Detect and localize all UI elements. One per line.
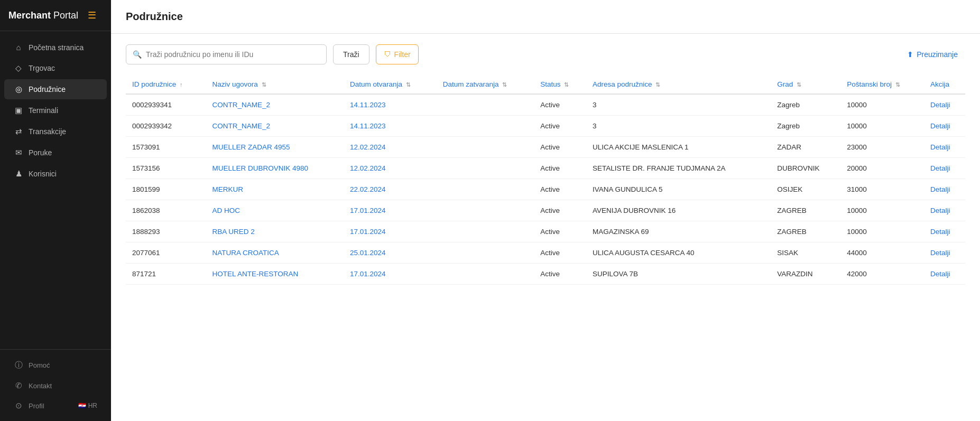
table-row: 871721HOTEL ANTE-RESTORAN17.01.2024Activ… [126,264,965,285]
sidebar: Merchant Portal ☰ ⌂ Početna stranica ◇ T… [0,0,111,421]
cell-status: Active [534,94,586,116]
filter-icon: ⛉ [384,50,391,59]
sidebar-item-home[interactable]: ⌂ Početna stranica [4,38,107,57]
cell-datum_otvaranja: 17.01.2024 [344,264,437,285]
search-button[interactable]: Traži [333,44,369,64]
home-icon: ⌂ [14,43,23,52]
cell-grad: ZADAR [771,137,840,158]
table-row: 0002939341CONTR_NAME_214.11.2023Active3Z… [126,94,965,116]
col-naziv[interactable]: Naziv ugovora ⇅ [206,75,343,94]
cell-akcija[interactable]: Detalji [924,200,965,221]
cell-naziv: CONTR_NAME_2 [206,116,343,137]
cell-adresa: 3 [586,94,771,116]
cell-datum_zatvaranja [437,200,534,221]
logo-text: Merchant Portal [8,10,78,21]
download-button[interactable]: ⬆ Preuzimanje [900,44,965,64]
sidebar-item-pomoc[interactable]: ⓘ Pomoć [4,355,107,376]
cell-akcija[interactable]: Detalji [924,158,965,179]
sidebar-item-terminali[interactable]: ▣ Terminali [4,100,107,120]
cell-postanski_broj: 42000 [840,264,924,285]
col-datum_zatvaranja[interactable]: Datum zatvaranja ⇅ [437,75,534,94]
sidebar-item-trgovac[interactable]: ◇ Trgovac [4,58,107,78]
cell-akcija[interactable]: Detalji [924,137,965,158]
cell-datum_zatvaranja [437,179,534,200]
sidebar-item-kontakt[interactable]: ✆ Kontakt [4,376,107,396]
cell-grad: ZAGREB [771,200,840,221]
sidebar-bottom: ⓘ Pomoć✆ Kontakt⊙ Profil🇭🇷 HR [0,349,111,421]
cell-id: 0002939342 [126,116,206,137]
korisnici-icon: ♟ [14,169,23,179]
logo-light: Portal [51,10,78,21]
table-row: 1888293RBA URED 217.01.2024ActiveMAGAZIN… [126,221,965,242]
cell-akcija[interactable]: Detalji [924,221,965,242]
cell-datum_otvaranja: 17.01.2024 [344,221,437,242]
table-row: 1573156MUELLER DUBROVNIK 498012.02.2024A… [126,158,965,179]
search-input[interactable] [146,50,320,59]
page-header: Podružnice [111,0,980,34]
col-adresa[interactable]: Adresa podružnice ⇅ [586,75,771,94]
cell-adresa: MAGAZINSKA 69 [586,221,771,242]
profil-label: Profil [29,402,44,410]
korisnici-label: Korisnici [29,170,57,178]
hamburger-icon[interactable]: ☰ [88,10,96,21]
cell-postanski_broj: 10000 [840,221,924,242]
cell-naziv: CONTR_NAME_2 [206,94,343,116]
pomoc-icon: ⓘ [14,360,23,370]
col-postanski_broj[interactable]: Poštanski broj ⇅ [840,75,924,94]
cell-datum_zatvaranja [437,94,534,116]
table-row: 1573091MUELLER ZADAR 495512.02.2024Activ… [126,137,965,158]
detalji-link[interactable]: Detalji [930,249,950,257]
cell-datum_otvaranja: 14.11.2023 [344,116,437,137]
cell-akcija[interactable]: Detalji [924,179,965,200]
detalji-link[interactable]: Detalji [930,228,950,236]
cell-datum_otvaranja: 14.11.2023 [344,94,437,116]
sidebar-item-poslovnice[interactable]: ◎ Podružnice [4,79,107,99]
cell-datum_otvaranja: 17.01.2024 [344,200,437,221]
logo-bold: Merchant [8,10,51,21]
cell-grad: DUBROVNIK [771,158,840,179]
detalji-link[interactable]: Detalji [930,185,950,193]
transakcije-icon: ⇄ [14,127,23,136]
detalji-link[interactable]: Detalji [930,122,950,130]
cell-id: 2077061 [126,242,206,264]
poslovnice-icon: ◎ [14,85,23,94]
trgovac-icon: ◇ [14,63,23,73]
cell-akcija[interactable]: Detalji [924,242,965,264]
poruke-label: Poruke [29,148,52,157]
col-status[interactable]: Status ⇅ [534,75,586,94]
cell-postanski_broj: 10000 [840,200,924,221]
cell-akcija[interactable]: Detalji [924,264,965,285]
col-id[interactable]: ID podružnice ↑ [126,75,206,94]
detalji-link[interactable]: Detalji [930,207,950,214]
cell-datum_otvaranja: 12.02.2024 [344,137,437,158]
filter-button[interactable]: ⛉ Filter [376,44,419,64]
col-datum_otvaranja[interactable]: Datum otvaranja ⇅ [344,75,437,94]
cell-id: 1801599 [126,179,206,200]
cell-adresa: 3 [586,116,771,137]
detalji-link[interactable]: Detalji [930,143,950,151]
detalji-link[interactable]: Detalji [930,101,950,109]
sidebar-item-poruke[interactable]: ✉ Poruke [4,143,107,163]
cell-akcija[interactable]: Detalji [924,116,965,137]
col-grad[interactable]: Grad ⇅ [771,75,840,94]
cell-id: 871721 [126,264,206,285]
cell-status: Active [534,116,586,137]
detalji-link[interactable]: Detalji [930,270,950,278]
sidebar-nav: ⌂ Početna stranica ◇ Trgovac ◎ Podružnic… [0,31,111,349]
sidebar-item-korisnici[interactable]: ♟ Korisnici [4,164,107,184]
table-row: 1862038AD HOC17.01.2024ActiveAVENIJA DUB… [126,200,965,221]
transakcije-label: Transakcije [29,127,66,136]
cell-status: Active [534,221,586,242]
detalji-link[interactable]: Detalji [930,164,950,172]
table-body: 0002939341CONTR_NAME_214.11.2023Active3Z… [126,94,965,285]
sidebar-item-profil[interactable]: ⊙ Profil🇭🇷 HR [4,396,107,416]
sidebar-item-transakcije[interactable]: ⇄ Transakcije [4,121,107,142]
language-badge[interactable]: 🇭🇷 HR [78,402,97,409]
sort-icon-status: ⇅ [564,81,569,88]
cell-id: 1888293 [126,221,206,242]
cell-datum_otvaranja: 25.01.2024 [344,242,437,264]
search-wrapper: 🔍 [126,44,327,64]
cell-status: Active [534,242,586,264]
cell-status: Active [534,264,586,285]
cell-akcija[interactable]: Detalji [924,94,965,116]
